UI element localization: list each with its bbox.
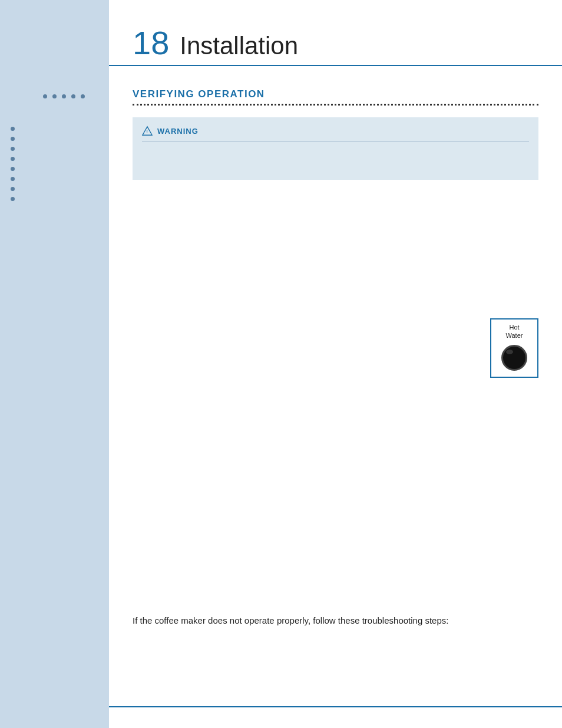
warning-header: ! WARNING: [142, 126, 529, 141]
warning-content: [142, 147, 529, 168]
left-dot-3: [62, 94, 66, 98]
sidebar-dot-8: [11, 197, 15, 201]
page-header: 18 Installation: [109, 18, 562, 68]
sidebar-dot-3: [11, 147, 15, 151]
warning-triangle-icon: !: [142, 126, 153, 136]
sidebar-dot-6: [11, 177, 15, 181]
left-dot-4: [71, 94, 75, 98]
sidebar-dot-5: [11, 167, 15, 171]
sidebar-dot-7: [11, 187, 15, 191]
sidebar-dot-4: [11, 157, 15, 161]
sidebar-dot-2: [11, 137, 15, 141]
left-dot-5: [81, 94, 85, 98]
section-header: VERIFYING OPERATION: [133, 88, 538, 106]
warning-box: ! WARNING: [133, 117, 538, 180]
bottom-accent-line: [109, 706, 562, 707]
left-dot-2: [52, 94, 57, 98]
chapter-title: Installation: [180, 34, 298, 58]
dotted-separator: [133, 103, 538, 106]
hot-water-circle-icon: [501, 345, 527, 371]
sidebar-panel: [0, 0, 109, 728]
sidebar-dots: [11, 127, 15, 201]
dot-line: [133, 104, 538, 106]
section-title: VERIFYING OPERATION: [133, 88, 265, 100]
main-content: VERIFYING OPERATION ! WARNING: [109, 71, 562, 699]
svg-text:!: !: [146, 130, 148, 135]
left-dot-1: [43, 94, 47, 98]
sidebar-dot-1: [11, 127, 15, 131]
hot-water-button: Hot Water: [490, 318, 538, 378]
troubleshoot-text: If the coffee maker does not operate pro…: [133, 614, 538, 628]
warning-label: WARNING: [157, 127, 199, 136]
chapter-number: 18: [133, 27, 169, 60]
hot-water-label: Hot Water: [496, 323, 533, 340]
